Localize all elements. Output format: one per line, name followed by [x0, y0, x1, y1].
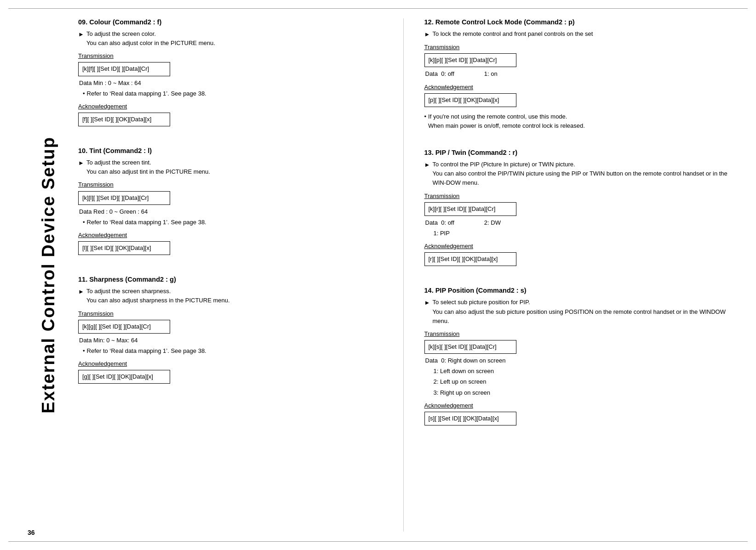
section-10-ack-label: Acknowledgement: [78, 231, 383, 240]
section-09-data: Data Min : 0 ~ Max : 64: [79, 79, 383, 88]
section-14-data1: 1: Left down on screen: [434, 367, 729, 376]
section-11-bullet: • Refer to ‘Real data mapping 1’. See pa…: [83, 346, 383, 356]
section-11-title: 11. Sharpness (Command2 : g): [78, 276, 383, 283]
section-14-title: 14. PIP Position (Command2 : s): [424, 287, 729, 294]
section-13-ack-code: [r][ ][Set ID][ ][OK][Data][x]: [424, 252, 516, 266]
section-14-data3: 3: Right up on screen: [434, 388, 729, 397]
bullet-icon-10: •: [83, 218, 85, 227]
right-column: 12. Remote Control Lock Mode (Command2 :…: [424, 18, 729, 532]
section-10-ack-code: [l][ ][Set ID][ ][OK][Data][x]: [78, 241, 170, 255]
arrow-icon-11: ►: [78, 287, 84, 296]
section-12-desc: To lock the remote control and front pan…: [432, 29, 728, 39]
section-09-transmission-label: Transmission: [78, 51, 383, 61]
section-11-bullet-text: Refer to ‘Real data mapping 1’. See page…: [87, 346, 206, 356]
section-10-bullet-text: Refer to ‘Real data mapping 1’. See page…: [87, 218, 206, 227]
bullet-icon-09: •: [83, 89, 85, 98]
section-12: 12. Remote Control Lock Mode (Command2 :…: [424, 18, 729, 130]
section-09-desc: To adjust the screen color.You can also …: [86, 29, 383, 48]
arrow-icon-13: ►: [424, 160, 430, 170]
sidebar: External Control Device Setup: [28, 18, 69, 532]
section-09-title: 09. Colour (Command2 : f): [78, 18, 383, 26]
section-10-arrow-item: ► To adjust the screen tint.You can also…: [78, 158, 383, 176]
arrow-icon-09: ►: [78, 30, 84, 39]
section-13-body: ► To control the PIP (Picture In picture…: [424, 160, 729, 268]
sidebar-title: External Control Device Setup: [39, 136, 58, 414]
note-bullet-12: •: [424, 112, 427, 121]
section-13-title: 13. PIP / Twin (Command2 : r): [424, 149, 729, 156]
section-10-body: ► To adjust the screen tint.You can also…: [78, 158, 383, 257]
page: External Control Device Setup 09. Colour…: [0, 0, 756, 550]
section-10-transmission-label: Transmission: [78, 180, 383, 189]
column-divider: [403, 18, 404, 532]
arrow-icon-10: ►: [78, 159, 84, 168]
section-10-desc: To adjust the screen tint.You can also a…: [86, 158, 383, 176]
section-14-ack-label: Acknowledgement: [424, 401, 729, 410]
section-11-body: ► To adjust the screen sharpness.You can…: [78, 287, 383, 386]
section-13-desc: To control the PIP (Picture In picture) …: [432, 160, 728, 187]
section-14: 14. PIP Position (Command2 : s) ► To sel…: [424, 287, 729, 428]
section-11-transmission-label: Transmission: [78, 309, 383, 318]
section-13-data2: 1: PIP: [434, 229, 729, 238]
section-13-ack-label: Acknowledgement: [424, 242, 729, 251]
section-09-bullet: • Refer to ‘Real data mapping 1’. See pa…: [83, 89, 383, 98]
section-14-ack-code: [s][ ][Set ID][ ][OK][Data][x]: [424, 412, 516, 425]
section-12-transmission-code: [k][p][ ][Set ID][ ][Data][Cr]: [424, 53, 516, 67]
section-09-transmission-code: [k][f][ ][Set ID][ ][Data][Cr]: [78, 62, 170, 76]
section-11-ack-label: Acknowledgement: [78, 359, 383, 369]
section-09-ack-code: [f][ ][Set ID][ ][OK][Data][x]: [78, 113, 170, 126]
arrow-icon-14: ►: [424, 298, 430, 307]
section-10-title: 10. Tint (Command2 : l): [78, 147, 383, 154]
section-13: 13. PIP / Twin (Command2 : r) ► To contr…: [424, 149, 729, 268]
section-12-data1: Data 0: off 1: on: [425, 69, 729, 79]
section-12-ack-code: [p][ ][Set ID][ ][OK][Data][x]: [424, 93, 516, 107]
section-13-transmission-code: [k][r][ ][Set ID][ ][Data][Cr]: [424, 202, 516, 216]
section-14-desc: To select sub picture position for PIP.Y…: [432, 298, 728, 325]
section-12-arrow-item: ► To lock the remote control and front p…: [424, 29, 729, 39]
section-12-note-text: If you're not using the remote control, …: [428, 112, 585, 130]
section-11-ack-code: [g][ ][Set ID][ ][OK][Data][x]: [78, 370, 170, 384]
section-10-transmission-code: [k][l][ ][Set ID][ ][Data][Cr]: [78, 191, 170, 205]
section-09-bullet-text: Refer to ‘Real data mapping 1’. See page…: [87, 89, 206, 98]
section-12-ack-label: Acknowledgement: [424, 83, 729, 92]
section-13-arrow-item: ► To control the PIP (Picture In picture…: [424, 160, 729, 187]
section-09-body: ► To adjust the screen color.You can als…: [78, 29, 383, 129]
section-12-title: 12. Remote Control Lock Mode (Command2 :…: [424, 18, 729, 26]
section-11-data: Data Min: 0 ~ Max: 64: [79, 336, 383, 345]
section-09-arrow-item: ► To adjust the screen color.You can als…: [78, 29, 383, 48]
section-14-transmission-code: [k][s][ ][Set ID][ ][Data][Cr]: [424, 340, 516, 354]
section-13-transmission-label: Transmission: [424, 192, 729, 201]
section-11: 11. Sharpness (Command2 : g) ► To adjust…: [78, 276, 383, 386]
section-10: 10. Tint (Command2 : l) ► To adjust the …: [78, 147, 383, 257]
arrow-icon-12: ►: [424, 30, 430, 39]
left-column: 09. Colour (Command2 : f) ► To adjust th…: [78, 18, 383, 532]
section-11-desc: To adjust the screen sharpness.You can a…: [86, 287, 383, 305]
section-09: 09. Colour (Command2 : f) ► To adjust th…: [78, 18, 383, 129]
page-number: 36: [28, 529, 35, 536]
main-content: 09. Colour (Command2 : f) ► To adjust th…: [69, 18, 728, 532]
section-12-note: • If you're not using the remote control…: [424, 112, 729, 130]
section-14-transmission-label: Transmission: [424, 329, 729, 339]
section-10-bullet: • Refer to ‘Real data mapping 1’. See pa…: [83, 218, 383, 227]
section-14-body: ► To select sub picture position for PIP…: [424, 298, 729, 428]
section-11-arrow-item: ► To adjust the screen sharpness.You can…: [78, 287, 383, 305]
section-14-data0: Data 0: Right down on screen: [425, 356, 729, 365]
bullet-icon-11: •: [83, 346, 85, 356]
section-11-transmission-code: [k][g][ ][Set ID][ ][Data][Cr]: [78, 320, 170, 334]
section-13-data1: Data 0: off 2: DW: [425, 218, 729, 227]
section-12-transmission-label: Transmission: [424, 43, 729, 52]
section-12-body: ► To lock the remote control and front p…: [424, 29, 729, 130]
section-14-data2: 2: Left up on screen: [434, 377, 729, 386]
section-10-data: Data Red : 0 ~ Green : 64: [79, 207, 383, 216]
section-09-ack-label: Acknowledgement: [78, 102, 383, 111]
section-14-arrow-item: ► To select sub picture position for PIP…: [424, 298, 729, 325]
